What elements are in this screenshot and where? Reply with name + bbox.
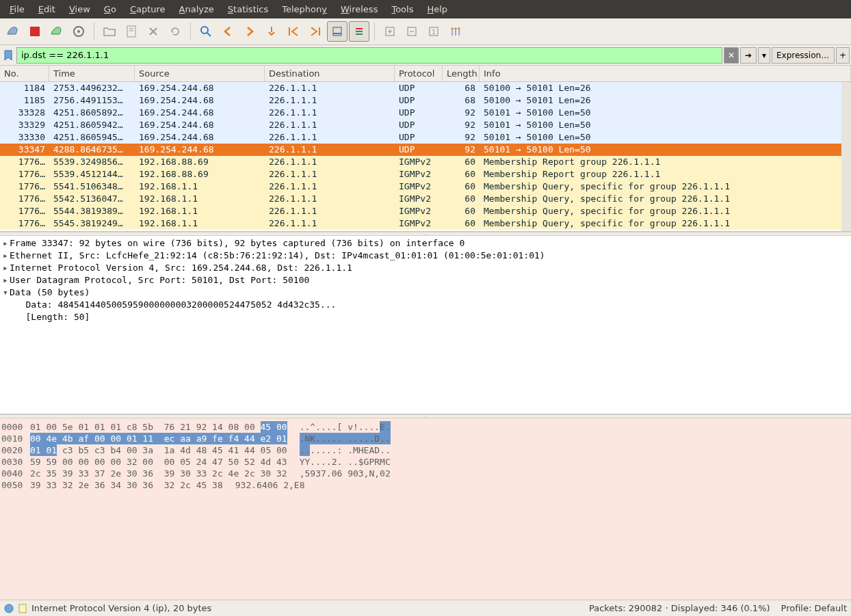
svg-point-8 — [201, 27, 208, 34]
clear-filter-icon[interactable]: ✕ — [724, 47, 739, 64]
details-row[interactable]: [Length: 50] — [0, 311, 851, 323]
expand-tree-icon[interactable]: ▸ — [1, 274, 10, 286]
svg-point-2 — [77, 30, 80, 33]
menu-file[interactable]: File — [3, 1, 31, 17]
expand-tree-icon[interactable]: ▸ — [1, 262, 10, 274]
jump-to-packet-icon[interactable] — [261, 21, 282, 42]
expand-tree-icon[interactable]: ▸ — [1, 250, 10, 262]
colorize-icon[interactable] — [349, 21, 369, 42]
edit-capture-comment-icon[interactable] — [18, 603, 27, 614]
packet-row[interactable]: 1776…5539.3249856…192.168.88.69226.1.1.1… — [0, 156, 851, 168]
expand-tree-icon[interactable] — [1, 311, 10, 323]
hex-row[interactable]: 002001 01 c3 b5 c3 b4 00 3a 1a 4d 48 45 … — [0, 444, 851, 456]
separator — [374, 23, 375, 40]
hex-row[interactable]: 001000 4e 4b af 00 00 01 11 ec aa a9 fe … — [0, 433, 851, 444]
col-source[interactable]: Source — [135, 66, 265, 81]
capture-options-icon[interactable] — [68, 21, 89, 42]
scrollbar[interactable] — [841, 82, 851, 231]
expression-button[interactable]: Expression… — [772, 47, 835, 64]
separator — [94, 23, 94, 40]
col-info[interactable]: Info — [480, 66, 851, 81]
packet-row[interactable]: 1776…5545.3819249…192.168.1.1226.1.1.1IG… — [0, 217, 851, 230]
packet-bytes-pane[interactable]: 000001 00 5e 01 01 01 c8 5b 76 21 92 14 … — [0, 418, 851, 600]
hex-row[interactable]: 005039 33 32 2e 36 34 30 36 32 2c 45 389… — [0, 479, 851, 491]
go-first-icon[interactable] — [283, 21, 304, 42]
reload-icon[interactable] — [165, 21, 185, 42]
zoom-in-icon[interactable] — [380, 21, 400, 42]
auto-scroll-icon[interactable] — [327, 21, 348, 42]
packet-details-pane[interactable]: ▸Frame 33347: 92 bytes on wire (736 bits… — [0, 236, 851, 414]
add-filter-button[interactable]: + — [836, 47, 850, 64]
expand-tree-icon[interactable] — [1, 299, 10, 311]
hex-row[interactable]: 000001 00 5e 01 01 01 c8 5b 76 21 92 14 … — [0, 421, 851, 433]
apply-filter-icon[interactable]: ➔ — [740, 47, 757, 64]
packet-row[interactable]: 333284251.8605892…169.254.244.68226.1.1.… — [0, 107, 851, 119]
details-row[interactable]: ▸Internet Protocol Version 4, Src: 169.2… — [0, 262, 851, 274]
zoom-out-icon[interactable] — [402, 21, 422, 42]
packet-row[interactable]: 333304251.8605945…169.254.244.68226.1.1.… — [0, 131, 851, 144]
menu-help[interactable]: Help — [420, 1, 454, 17]
status-profile[interactable]: Profile: Default — [781, 603, 847, 613]
display-filter-input[interactable] — [16, 47, 722, 64]
menu-statistics[interactable]: Statistics — [221, 1, 275, 17]
svg-text:1: 1 — [432, 29, 435, 36]
details-row[interactable]: ▸Frame 33347: 92 bytes on wire (736 bits… — [0, 237, 851, 250]
expand-tree-icon[interactable]: ▸ — [1, 237, 10, 250]
svg-rect-3 — [127, 26, 135, 37]
packet-row[interactable]: 11852756.4491153…169.254.244.68226.1.1.1… — [0, 94, 851, 107]
menu-go[interactable]: Go — [97, 1, 123, 17]
status-packets: Packets: 290082 · Displayed: 346 (0.1%) — [589, 603, 770, 613]
menu-analyze[interactable]: Analyze — [172, 1, 221, 17]
menu-wireless[interactable]: Wireless — [334, 1, 384, 17]
status-bar: Internet Protocol Version 4 (ip), 20 byt… — [0, 600, 851, 616]
col-no[interactable]: No. — [0, 66, 49, 81]
restart-capture-icon[interactable] — [47, 21, 67, 42]
menu-telephony[interactable]: Telephony — [275, 1, 334, 17]
expand-tree-icon[interactable]: ▾ — [1, 286, 10, 299]
col-protocol[interactable]: Protocol — [395, 66, 443, 81]
close-file-icon[interactable] — [143, 21, 163, 42]
col-time[interactable]: Time — [49, 66, 135, 81]
zoom-reset-icon[interactable]: 1 — [423, 21, 444, 42]
menu-edit[interactable]: Edit — [31, 1, 62, 17]
hex-row[interactable]: 003059 59 00 00 00 00 32 00 00 05 24 47 … — [0, 456, 851, 468]
stop-capture-icon[interactable] — [25, 21, 45, 42]
packet-list-pane[interactable]: No. Time Source Destination Protocol Len… — [0, 66, 851, 232]
menu-tools[interactable]: Tools — [384, 1, 420, 17]
menu-capture[interactable]: Capture — [123, 1, 172, 17]
details-row[interactable]: ▸User Datagram Protocol, Src Port: 50101… — [0, 274, 851, 286]
col-length[interactable]: Length — [443, 66, 480, 81]
svg-rect-0 — [30, 27, 40, 36]
filter-history-icon[interactable]: ▾ — [758, 47, 770, 64]
details-row[interactable]: ▾Data (50 bytes) — [0, 286, 851, 299]
start-capture-icon[interactable] — [3, 21, 23, 42]
details-row[interactable]: Data: 4845414405005959000000003200000524… — [0, 299, 851, 311]
status-text: Internet Protocol Version 4 (ip), 20 byt… — [31, 603, 211, 613]
col-destination[interactable]: Destination — [265, 66, 395, 81]
go-last-icon[interactable] — [305, 21, 326, 42]
svg-rect-12 — [333, 27, 341, 36]
open-file-icon[interactable] — [99, 21, 120, 42]
filter-bar: ✕ ➔ ▾ Expression… + — [0, 45, 851, 66]
save-file-icon[interactable] — [121, 21, 142, 42]
packet-row[interactable]: 1776…5539.4512144…192.168.88.69226.1.1.1… — [0, 168, 851, 180]
go-back-icon[interactable] — [218, 21, 238, 42]
details-row[interactable]: ▸Ethernet II, Src: LcfcHefe_21:92:14 (c8… — [0, 250, 851, 262]
packet-row[interactable]: 333474288.8646735…169.254.244.68226.1.1.… — [0, 144, 851, 156]
menu-view[interactable]: View — [62, 1, 97, 17]
expert-info-icon[interactable] — [4, 604, 14, 613]
packet-row[interactable]: 11842753.4496232…169.254.244.68226.1.1.1… — [0, 82, 851, 94]
hex-row[interactable]: 00402c 35 39 33 37 2e 30 36 39 30 33 2c … — [0, 468, 851, 479]
go-forward-icon[interactable] — [239, 21, 260, 42]
resize-columns-icon[interactable] — [445, 21, 466, 42]
packet-row[interactable]: 333294251.8605942…169.254.244.68226.1.1.… — [0, 119, 851, 131]
svg-line-9 — [207, 33, 211, 36]
menubar: File Edit View Go Capture Analyze Statis… — [0, 0, 851, 18]
svg-rect-29 — [19, 604, 26, 613]
packet-list-header: No. Time Source Destination Protocol Len… — [0, 66, 851, 82]
find-packet-icon[interactable] — [196, 21, 216, 42]
bookmark-filter-icon[interactable] — [1, 49, 15, 62]
packet-row[interactable]: 1776…5544.3819389…192.168.1.1226.1.1.1IG… — [0, 205, 851, 217]
packet-row[interactable]: 1776…5541.5106348…192.168.1.1226.1.1.1IG… — [0, 180, 851, 193]
packet-row[interactable]: 1776…5542.5136047…192.168.1.1226.1.1.1IG… — [0, 193, 851, 205]
